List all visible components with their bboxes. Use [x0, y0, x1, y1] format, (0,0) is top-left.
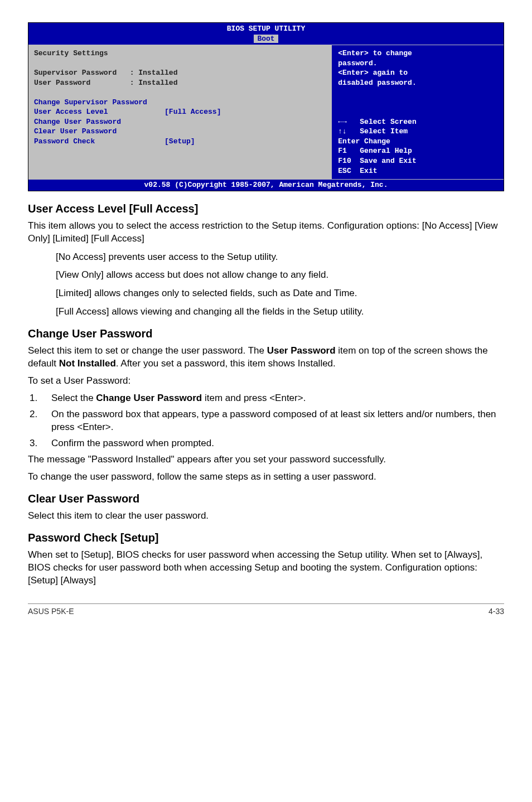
bios-nav-exit: Exit: [351, 167, 378, 175]
bios-nav-enter-key: Enter: [338, 137, 360, 146]
bios-user-pw-value: : Installed: [130, 79, 178, 87]
bios-copyright: v02.58 (C)Copyright 1985-2007, American …: [28, 179, 504, 191]
bios-item-user-access-level-value: [Full Access]: [165, 108, 221, 116]
cup-success-msg: The message "Password Installed" appears…: [28, 453, 504, 466]
bios-help-l2: password.: [338, 59, 377, 67]
bios-help-l3: <Enter> again to: [338, 69, 408, 77]
cup-s1-a: Select the: [51, 393, 96, 403]
ual-view-only: [View Only] allows access but does not a…: [56, 269, 504, 282]
bios-nav-esc-key: ESC: [338, 167, 351, 175]
cup-steps-list: Select the Change User Password item and…: [40, 392, 504, 450]
bios-side-panel: <Enter> to change password. <Enter> agai…: [332, 45, 504, 179]
cup-p1-a: Select this item to set or change the us…: [28, 345, 267, 356]
heading-user-access-level: User Access Level [Full Access]: [28, 201, 504, 216]
bios-tab-boot: Boot: [254, 35, 278, 43]
bios-tab-bar: Boot: [28, 34, 504, 45]
bios-nav-select-screen: Select Screen: [347, 118, 417, 126]
bios-help-l4: disabled password.: [338, 79, 416, 87]
heading-clear-user-password: Clear User Password: [28, 491, 504, 506]
bios-help-text: <Enter> to change password. <Enter> agai…: [338, 49, 498, 88]
bios-nav-change: Change: [364, 137, 390, 146]
cup-s1-c: item and press <Enter>.: [202, 393, 306, 403]
bios-security-heading: Security Settings: [34, 49, 108, 57]
clr-description: Select this item to clear the user passw…: [28, 510, 504, 523]
bios-item-change-sup-pw: Change Supervisor Password: [34, 98, 147, 107]
cup-change-note: To change the user password, follow the …: [28, 471, 504, 484]
bios-title: BIOS SETUP UTILITY: [28, 23, 504, 34]
cup-s1-b: Change User Password: [96, 393, 202, 403]
footer-product: ASUS P5K-E: [28, 606, 74, 617]
bios-user-pw-label: User Password: [34, 79, 90, 87]
bios-nav-select-item: Select Item: [347, 127, 408, 136]
cup-description: Select this item to set or change the us…: [28, 345, 504, 370]
cup-to-set: To set a User Password:: [28, 375, 504, 388]
ual-limited: [Limited] allows changes only to selecte…: [56, 287, 504, 300]
heading-password-check: Password Check [Setup]: [28, 530, 504, 545]
cup-step-2: On the password box that appears, type a…: [40, 408, 504, 434]
cup-p1-d: Not Installed: [59, 358, 116, 369]
pc-description: When set to [Setup], BIOS checks for use…: [28, 549, 504, 587]
arrows-ud-icon: ↑↓: [338, 127, 347, 136]
bios-item-password-check-value: [Setup]: [165, 137, 195, 146]
ual-description: This item allows you to select the acces…: [28, 220, 504, 245]
bios-nav-f1-key: F1: [338, 147, 347, 155]
bios-nav-general-help: General Help: [347, 147, 412, 155]
bios-nav-save-exit: Save and Exit: [351, 157, 417, 165]
bios-main-panel: Security Settings Supervisor Password : …: [28, 45, 332, 179]
page-footer: ASUS P5K-E 4-33: [28, 603, 504, 617]
ual-full-access: [Full Access] allows viewing and changin…: [56, 306, 504, 318]
footer-page-number: 4-33: [489, 606, 504, 617]
bios-item-change-user-pw: Change User Password: [34, 118, 121, 126]
arrows-lr-icon: ←→: [338, 118, 347, 126]
bios-nav-legend: ←→ Select Screen ↑↓ Select Item Enter Ch…: [338, 117, 498, 176]
bios-item-user-access-level: User Access Level: [34, 108, 108, 116]
cup-p1-b: User Password: [267, 345, 336, 356]
cup-step-1: Select the Change User Password item and…: [40, 392, 504, 405]
heading-change-user-password: Change User Password: [28, 326, 504, 341]
cup-p1-e: . After you set a password, this item sh…: [116, 358, 336, 369]
bios-sup-pw-label: Supervisor Password: [34, 69, 117, 77]
bios-sup-pw-value: : Installed: [130, 69, 178, 77]
bios-item-password-check: Password Check: [34, 137, 95, 146]
ual-no-access: [No Access] prevents user access to the …: [56, 251, 504, 264]
bios-help-l1: <Enter> to change: [338, 49, 412, 57]
bios-item-clear-user-pw: Clear User Password: [34, 127, 117, 136]
bios-nav-f10-key: F10: [338, 157, 351, 165]
bios-screenshot: BIOS SETUP UTILITY Boot Security Setting…: [28, 22, 504, 191]
cup-step-3: Confirm the password when prompted.: [40, 437, 504, 450]
